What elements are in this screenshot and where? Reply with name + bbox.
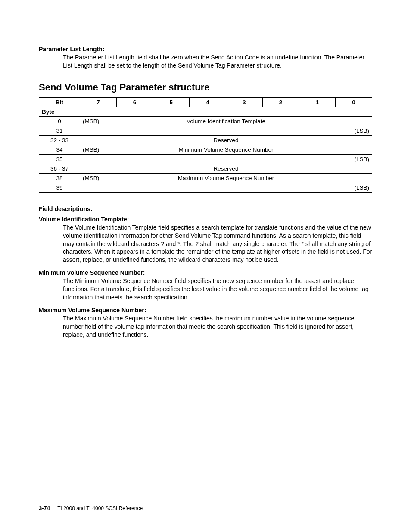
byte-cell: 32 - 33 bbox=[39, 135, 80, 145]
byte-cell: 31 bbox=[39, 126, 80, 135]
table-row: 34 (MSB) Minimum Volume Sequence Number bbox=[39, 145, 372, 154]
table-row: 39 (LSB) bbox=[39, 183, 372, 192]
corner-byte-label: Byte bbox=[39, 107, 80, 116]
lsb-label: (LSB) bbox=[80, 183, 372, 192]
byte-cell: 0 bbox=[39, 116, 80, 126]
field-label: Reserved bbox=[80, 135, 372, 145]
lsb-label: (LSB) bbox=[80, 126, 372, 135]
byte-cell: 38 bbox=[39, 173, 80, 183]
data-cell: (MSB) Minimum Volume Sequence Number bbox=[80, 145, 372, 154]
minvsn-term: Minimum Volume Sequence Number: bbox=[39, 269, 372, 276]
data-cell: (MSB) Maximum Volume Sequence Number bbox=[80, 173, 372, 183]
table-row: 0 (MSB) Volume Identification Template bbox=[39, 116, 372, 126]
section-heading: Send Volume Tag Parameter structure bbox=[39, 82, 372, 93]
parameter-structure-table: Bit 7 6 5 4 3 2 1 0 Byte 0 (MSB) Volume … bbox=[39, 97, 372, 193]
page-content: Parameter List Length: The Parameter Lis… bbox=[0, 0, 411, 352]
data-cell: (MSB) Volume Identification Template bbox=[80, 116, 372, 126]
page-footer: 3-74 TL2000 and TL4000 SCSI Reference bbox=[39, 505, 143, 511]
bit-col-1: 1 bbox=[299, 97, 336, 107]
param-list-length-body: The Parameter List Length field shall be… bbox=[63, 53, 372, 70]
byte-cell: 34 bbox=[39, 145, 80, 154]
minvsn-body: The Minimum Volume Sequence Number field… bbox=[63, 277, 372, 302]
bit-col-2: 2 bbox=[262, 97, 299, 107]
table-row: 35 (LSB) bbox=[39, 154, 372, 164]
vit-term: Volume Identification Template: bbox=[39, 216, 372, 223]
bit-col-7: 7 bbox=[80, 97, 117, 107]
page-number: 3-74 bbox=[39, 505, 50, 511]
byte-cell: 36 - 37 bbox=[39, 164, 80, 173]
bit-col-6: 6 bbox=[116, 97, 153, 107]
bit-col-3: 3 bbox=[226, 97, 263, 107]
table-byte-label-row: Byte bbox=[39, 107, 372, 116]
table-row: 36 - 37 Reserved bbox=[39, 164, 372, 173]
table-header-row: Bit 7 6 5 4 3 2 1 0 bbox=[39, 97, 372, 107]
field-descriptions-heading: Field descriptions: bbox=[39, 205, 372, 212]
vit-body: The Volume Identification Template field… bbox=[63, 224, 372, 264]
corner-bit-label: Bit bbox=[39, 97, 80, 107]
field-label: Volume Identification Template bbox=[80, 118, 372, 124]
byte-cell: 39 bbox=[39, 183, 80, 192]
table-row: 31 (LSB) bbox=[39, 126, 372, 135]
lsb-label: (LSB) bbox=[80, 154, 372, 164]
byte-cell: 35 bbox=[39, 154, 80, 164]
bit-col-4: 4 bbox=[190, 97, 226, 107]
field-label: Reserved bbox=[80, 164, 372, 173]
doc-title: TL2000 and TL4000 SCSI Reference bbox=[57, 505, 143, 511]
maxvsn-term: Maximum Volume Sequence Number: bbox=[39, 307, 372, 314]
table-row: 38 (MSB) Maximum Volume Sequence Number bbox=[39, 173, 372, 183]
maxvsn-body: The Maximum Volume Sequence Number field… bbox=[63, 314, 372, 339]
field-label: Minimum Volume Sequence Number bbox=[80, 146, 372, 153]
bit-col-5: 5 bbox=[153, 97, 190, 107]
param-list-length-term: Parameter List Length: bbox=[39, 46, 372, 53]
field-label: Maximum Volume Sequence Number bbox=[80, 175, 372, 181]
table-row: 32 - 33 Reserved bbox=[39, 135, 372, 145]
bit-col-0: 0 bbox=[336, 97, 372, 107]
empty-cell bbox=[80, 107, 372, 116]
